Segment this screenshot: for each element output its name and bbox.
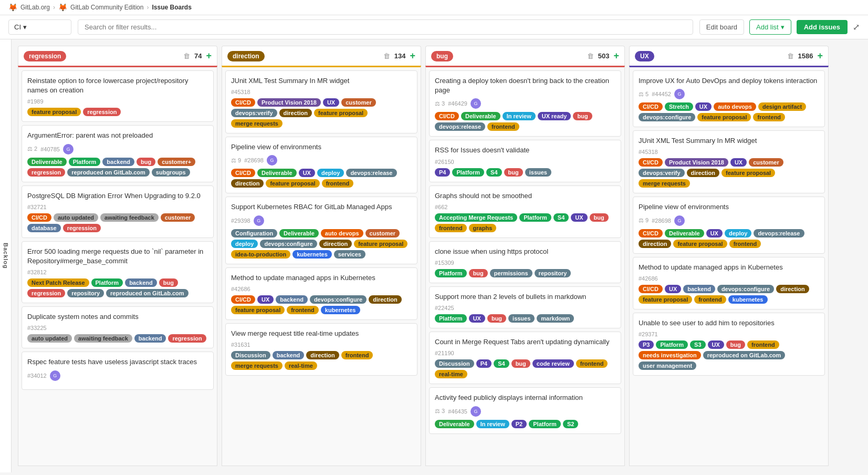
tag[interactable]: direction xyxy=(319,240,352,248)
tag[interactable]: merge requests xyxy=(231,119,283,128)
tag[interactable]: devops:release xyxy=(435,122,485,131)
tag[interactable]: CI/CD xyxy=(231,295,255,304)
card[interactable]: Error 500 loading merge requests due to … xyxy=(22,241,214,303)
tag[interactable]: Platform xyxy=(91,278,123,287)
tag[interactable]: frontend xyxy=(729,240,761,248)
card[interactable]: View merge request title real-time updat… xyxy=(225,323,417,376)
tag[interactable]: regression xyxy=(27,168,65,177)
tag[interactable]: direction xyxy=(369,295,401,304)
tag[interactable]: UX xyxy=(708,340,724,349)
tag[interactable]: devops:release xyxy=(754,229,804,238)
tag[interactable]: devops:verify xyxy=(639,169,685,177)
tag[interactable]: Deliverable xyxy=(257,169,297,177)
tag[interactable]: direction xyxy=(306,351,339,359)
card[interactable]: Support more than 2 levels of bullets in… xyxy=(429,286,621,328)
card[interactable]: Reinstate option to force lowercase proj… xyxy=(22,70,214,122)
tag[interactable]: backend xyxy=(134,334,166,343)
card[interactable]: Method to update managed apps in Kuberne… xyxy=(633,257,825,309)
tag[interactable]: regression xyxy=(27,289,65,297)
tag[interactable]: Platform xyxy=(69,158,101,166)
column-label-bug[interactable]: bug xyxy=(431,51,453,61)
tag[interactable]: kubernetes xyxy=(728,295,768,304)
tag[interactable]: Platform xyxy=(435,269,467,277)
tag[interactable]: Deliverable xyxy=(435,420,474,428)
tag[interactable]: feature proposal xyxy=(354,240,407,248)
tag[interactable]: idea-to-production xyxy=(231,250,290,259)
tag[interactable]: Product Vision 2018 xyxy=(665,158,728,167)
tag[interactable]: devops:configure xyxy=(260,240,317,248)
tag[interactable]: auto updated xyxy=(54,213,98,222)
backlog-sidebar[interactable]: Backlog xyxy=(0,39,12,472)
tag[interactable]: deploy xyxy=(317,169,344,177)
card[interactable]: JUnit XML Test Summary In MR widget #453… xyxy=(225,70,417,133)
tag[interactable]: design artifact xyxy=(758,102,806,111)
tag[interactable]: graphs xyxy=(469,224,497,232)
column-add-regression[interactable]: + xyxy=(206,50,212,61)
tag[interactable]: customer+ xyxy=(158,158,195,166)
add-issues-button[interactable]: Add issues xyxy=(797,20,848,34)
tag[interactable]: S4 xyxy=(553,213,569,222)
card[interactable]: Improve UX for Auto DevOps and deploy to… xyxy=(633,70,825,127)
edit-board-button[interactable]: Edit board xyxy=(699,19,744,35)
tag[interactable]: S4 xyxy=(486,168,501,177)
tag[interactable]: CI/CD xyxy=(639,285,663,293)
tag[interactable]: feature proposal xyxy=(697,113,751,121)
card[interactable]: clone issue when using https protocol #1… xyxy=(429,241,621,283)
tag[interactable]: backend xyxy=(273,351,305,359)
tag[interactable]: permissions xyxy=(490,269,532,277)
tag[interactable]: deploy xyxy=(725,229,751,238)
tag[interactable]: P3 xyxy=(639,340,654,349)
tag[interactable]: Platform xyxy=(435,314,467,323)
tag[interactable]: S2 xyxy=(563,420,578,428)
column-trash-bug[interactable]: 🗑 xyxy=(587,52,594,60)
tag[interactable]: direction xyxy=(639,240,671,248)
tag[interactable]: kubernetes xyxy=(321,306,360,314)
column-label-ux[interactable]: UX xyxy=(635,51,654,61)
tag[interactable]: auto updated xyxy=(27,334,72,343)
card[interactable]: Unable to see user to add him to reposit… xyxy=(633,313,825,376)
card[interactable]: Method to update managed apps in Kuberne… xyxy=(225,267,417,320)
tag[interactable]: devops:verify xyxy=(231,109,277,117)
tag[interactable]: Platform xyxy=(452,168,484,177)
tag[interactable]: CI/CD xyxy=(639,158,663,167)
tag[interactable]: direction xyxy=(687,169,719,177)
card[interactable]: Support Kubernetes RBAC for GitLab Manag… xyxy=(225,197,417,264)
card[interactable]: Pipeline view of environments ⚖ 9#28698G… xyxy=(225,137,417,193)
tag[interactable]: real-time xyxy=(285,362,317,370)
tag[interactable]: customer xyxy=(341,98,376,107)
tag[interactable]: direction xyxy=(231,179,264,188)
tag[interactable]: CI/CD xyxy=(27,213,51,222)
tag[interactable]: P2 xyxy=(511,420,527,428)
card[interactable]: Graphs should not be smoothed #662 Accep… xyxy=(429,185,621,238)
tag[interactable]: services xyxy=(334,250,365,259)
tag[interactable]: issues xyxy=(508,314,535,323)
column-trash-regression[interactable]: 🗑 xyxy=(183,52,190,60)
tag[interactable]: Accepting Merge Requests xyxy=(435,213,517,222)
tag[interactable]: customer xyxy=(365,229,400,238)
tag[interactable]: database xyxy=(27,224,61,232)
tag[interactable]: Product Vision 2018 xyxy=(257,98,321,107)
tag[interactable]: UX xyxy=(299,169,315,177)
card[interactable]: ArgumentError: parent was not preloaded … xyxy=(22,125,214,182)
tag[interactable]: frontend xyxy=(753,113,785,121)
tag[interactable]: frontend xyxy=(341,351,373,359)
tag[interactable]: bug xyxy=(511,359,530,368)
tag[interactable]: frontend xyxy=(287,306,319,314)
tag[interactable]: UX xyxy=(665,285,681,293)
tag[interactable]: feature proposal xyxy=(27,108,81,116)
tag[interactable]: feature proposal xyxy=(231,306,285,314)
tag[interactable]: devops:release xyxy=(346,169,396,177)
tag[interactable]: devops:configure xyxy=(310,295,367,304)
tag[interactable]: markdown xyxy=(537,314,574,323)
group-link[interactable]: GitLab Community Edition xyxy=(70,4,143,11)
tag[interactable]: CI/CD xyxy=(231,169,255,177)
card[interactable]: Activity feed publicly displays internal… xyxy=(429,387,621,433)
tag[interactable]: UX xyxy=(695,102,712,111)
tag[interactable]: merge requests xyxy=(231,362,283,370)
column-trash-direction[interactable]: 🗑 xyxy=(383,52,390,60)
tag[interactable]: regression xyxy=(83,108,121,116)
search-input[interactable] xyxy=(78,19,693,35)
tag[interactable]: frontend xyxy=(487,122,519,131)
card[interactable]: Duplicate system notes and commits #3322… xyxy=(22,306,214,348)
tag[interactable]: UX xyxy=(706,229,723,238)
